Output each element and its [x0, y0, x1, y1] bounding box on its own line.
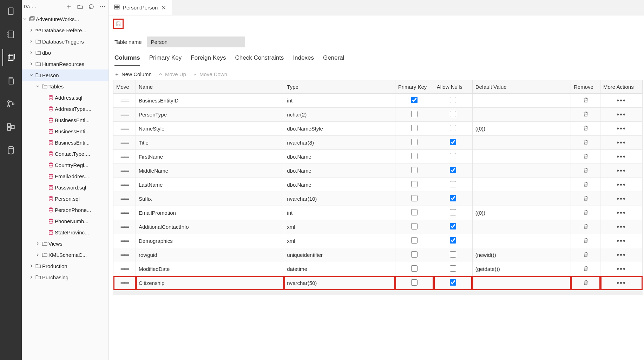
move-up-button[interactable]: Move Up [158, 71, 186, 77]
cell-type[interactable]: uniqueidentifier [284, 248, 395, 262]
allow-nulls-checkbox[interactable] [450, 195, 456, 201]
column-row[interactable]: ══FirstNamedbo.Name••• [113, 150, 643, 164]
column-row[interactable]: ══LastNamedbo.Name••• [113, 178, 643, 192]
cell-default[interactable] [472, 150, 571, 164]
tree-row[interactable]: Views [22, 238, 109, 249]
drag-handle-icon[interactable]: ══ [121, 125, 129, 132]
pk-checkbox[interactable] [411, 251, 418, 258]
tree-row[interactable]: DatabaseTriggers [22, 36, 109, 47]
more-actions-icon[interactable]: ••• [617, 195, 626, 203]
cell-default[interactable] [472, 276, 571, 290]
tree-row[interactable]: Database Refere... [22, 25, 109, 36]
column-row[interactable]: ══rowguiduniqueidentifier(newid())••• [113, 248, 643, 262]
cell-default[interactable] [472, 178, 571, 192]
more-actions-icon[interactable]: ••• [617, 279, 626, 287]
delete-icon[interactable] [583, 209, 589, 215]
move-down-button[interactable]: Move Down [192, 71, 227, 77]
column-row[interactable]: ══EmailPromotionint((0))••• [113, 206, 643, 220]
cell-default[interactable] [472, 94, 571, 108]
cell-name[interactable]: AdditionalContactInfo [136, 220, 284, 234]
cell-name[interactable]: Title [136, 136, 284, 150]
more-actions-icon[interactable]: ••• [617, 237, 626, 245]
delete-icon[interactable] [583, 237, 589, 244]
activity-copy-icon[interactable] [2, 72, 19, 89]
tree-row[interactable]: Person.sql [22, 193, 109, 204]
activity-extensions-icon[interactable] [2, 119, 19, 135]
cell-name[interactable]: MiddleName [136, 164, 284, 178]
cell-type[interactable]: nvarchar(10) [284, 192, 395, 206]
allow-nulls-checkbox[interactable] [450, 223, 456, 229]
close-icon[interactable] [160, 5, 167, 11]
tree-row[interactable]: dbo [22, 47, 109, 58]
more-actions-icon[interactable]: ••• [617, 139, 626, 147]
activity-explorer-icon[interactable] [2, 3, 19, 20]
tab-foreign-keys[interactable]: Foreign Keys [191, 54, 226, 66]
tree-row[interactable]: Tables [22, 81, 109, 92]
drag-handle-icon[interactable]: ══ [121, 97, 129, 104]
more-actions-icon[interactable]: ••• [617, 223, 626, 231]
pk-checkbox[interactable] [411, 167, 418, 173]
tree-row[interactable]: Password.sql [22, 182, 109, 193]
allow-nulls-checkbox[interactable] [450, 111, 456, 117]
cell-type[interactable]: xml [284, 234, 395, 248]
cell-default[interactable] [472, 108, 571, 122]
pk-checkbox[interactable] [411, 223, 418, 229]
cell-name[interactable]: FirstName [136, 150, 284, 164]
pk-checkbox[interactable] [411, 209, 418, 215]
pk-checkbox[interactable] [411, 279, 418, 286]
tree-row[interactable]: EmailAddres... [22, 171, 109, 182]
cell-name[interactable]: BusinessEntityID [136, 94, 284, 108]
cell-default[interactable]: ((0)) [472, 122, 571, 136]
tab-general[interactable]: General [323, 54, 344, 66]
tree-row[interactable]: PersonPhone... [22, 204, 109, 215]
cell-default[interactable] [472, 220, 571, 234]
cell-name[interactable]: EmailPromotion [136, 206, 284, 220]
allow-nulls-checkbox[interactable] [450, 251, 456, 258]
tree-row[interactable]: PhoneNumb... [22, 215, 109, 227]
column-row[interactable]: ══MiddleNamedbo.Name••• [113, 164, 643, 178]
cell-default[interactable] [472, 234, 571, 248]
allow-nulls-checkbox[interactable] [450, 265, 456, 272]
activity-notebook-icon[interactable] [2, 26, 19, 43]
drag-handle-icon[interactable]: ══ [121, 279, 129, 286]
pk-checkbox[interactable] [411, 181, 418, 187]
tab-columns[interactable]: Columns [114, 54, 140, 66]
cell-default[interactable]: ((0)) [472, 206, 571, 220]
column-row[interactable]: ══PersonTypenchar(2)••• [113, 108, 643, 122]
drag-handle-icon[interactable]: ══ [121, 153, 129, 160]
tree-row[interactable]: CountryRegi... [22, 159, 109, 171]
cell-default[interactable]: (newid()) [472, 248, 571, 262]
activity-files-icon[interactable] [2, 49, 19, 66]
new-file-icon[interactable] [65, 3, 73, 11]
cell-default[interactable] [472, 136, 571, 150]
cell-type[interactable]: dbo.Name [284, 164, 395, 178]
tab-check-constraints[interactable]: Check Constraints [235, 54, 284, 66]
drag-handle-icon[interactable]: ══ [121, 265, 129, 272]
column-row[interactable]: ══Suffixnvarchar(10)••• [113, 192, 643, 206]
column-row[interactable]: ══Titlenvarchar(8)••• [113, 136, 643, 150]
cell-type[interactable]: dbo.Name [284, 150, 395, 164]
drag-handle-icon[interactable]: ══ [121, 139, 129, 146]
tree-row[interactable]: HumanResources [22, 58, 109, 69]
delete-icon[interactable] [583, 251, 589, 258]
tree-row[interactable]: Production [22, 260, 109, 272]
more-actions-icon[interactable]: ••• [617, 111, 626, 119]
cell-type[interactable]: int [284, 94, 395, 108]
tree-row[interactable]: AdventureWorks... [22, 13, 109, 25]
pk-checkbox[interactable] [411, 139, 418, 145]
tab-indexes[interactable]: Indexes [293, 54, 314, 66]
drag-handle-icon[interactable]: ══ [121, 237, 129, 244]
more-icon[interactable] [99, 3, 106, 11]
column-row[interactable]: ══AdditionalContactInfoxml••• [113, 220, 643, 234]
save-button[interactable] [113, 19, 124, 29]
delete-icon[interactable] [583, 265, 589, 272]
drag-handle-icon[interactable]: ══ [121, 167, 129, 174]
cell-name[interactable]: NameStyle [136, 122, 284, 136]
column-row[interactable]: ══Citizenshipnvarchar(50)••• [113, 276, 643, 290]
more-actions-icon[interactable]: ••• [617, 209, 626, 217]
cell-default[interactable] [472, 164, 571, 178]
more-actions-icon[interactable]: ••• [617, 265, 626, 273]
tree-row[interactable]: Person [22, 69, 109, 81]
delete-icon[interactable] [583, 181, 589, 187]
more-actions-icon[interactable]: ••• [617, 153, 626, 161]
